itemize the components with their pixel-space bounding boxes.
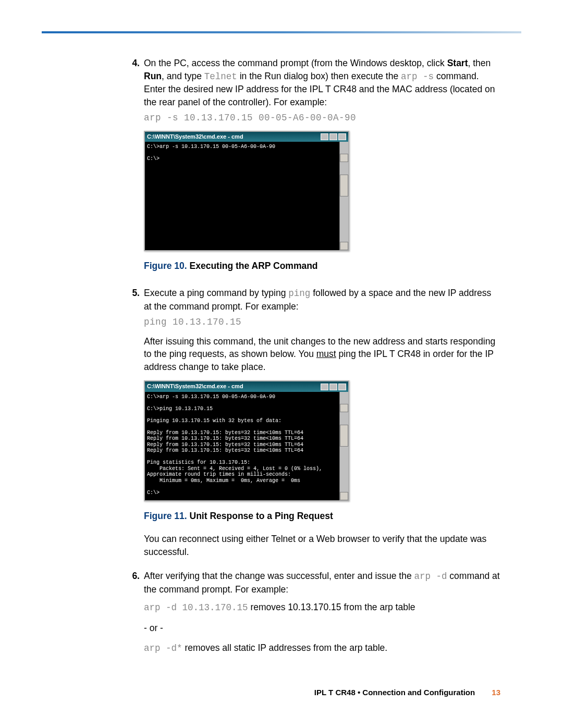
cmd-titlebar: C:\WINNT\System32\cmd.exe - cmd (145, 381, 348, 391)
text: removes 10.13.170.15 from the arp table (248, 602, 415, 612)
step-body: On the PC, access the command prompt (fr… (144, 57, 500, 282)
or-separator: - or - (144, 622, 500, 635)
step-number: 6. (125, 570, 144, 662)
maximize-icon[interactable] (329, 384, 337, 390)
figure-title: Unit Response to a Ping Request (190, 511, 333, 521)
text: , then (468, 58, 491, 68)
paragraph: You can reconnect using either Telnet or… (144, 533, 500, 558)
page-content: 4. On the PC, access the command prompt … (0, 33, 563, 662)
scrollbar[interactable] (339, 142, 348, 250)
figure-label: Figure 10. (144, 261, 187, 271)
cmd-window-1: C:\WINNT\System32\cmd.exe - cmd C:\>arp … (144, 131, 349, 251)
example-line-1: arp -d 10.13.170.15 removes 10.13.170.15… (144, 601, 500, 614)
code-line-arp: arp -s 10.13.170.15 00-05-A6-00-0A-90 (144, 112, 500, 125)
code-telnet: Telnet (204, 71, 237, 82)
text: removes all static IP addresses from the… (182, 643, 388, 653)
scroll-thumb[interactable] (340, 425, 348, 447)
scrollbar[interactable] (339, 392, 348, 500)
code: arp -d 10.13.170.15 (144, 602, 248, 613)
cmd-output: C:\>arp -s 10.13.170.15 00-05-A6-00-0A-9… (147, 144, 275, 162)
code-line-ping: ping 10.13.170.15 (144, 316, 500, 329)
text: On the PC, access the command prompt (fr… (144, 58, 447, 68)
text: Execute a ping command by typing (144, 288, 288, 298)
scroll-up-icon[interactable] (340, 154, 348, 162)
close-icon[interactable] (338, 133, 346, 140)
text: in the Run dialog box) then execute the (237, 71, 401, 81)
cmd-body: C:\>arp -s 10.13.170.15 00-05-A6-00-0A-9… (145, 142, 348, 250)
minimize-icon[interactable] (321, 384, 328, 390)
footer-page-number: 13 (492, 688, 500, 697)
scroll-down-icon[interactable] (340, 242, 348, 250)
step-6: 6. After verifying that the change was s… (125, 570, 500, 662)
step-body: After verifying that the change was succ… (144, 570, 500, 662)
cmd-output: C:\>arp -s 10.13.170.15 00-05-A6-00-0A-9… (147, 394, 322, 496)
scroll-thumb[interactable] (340, 175, 348, 196)
code-ping: ping (288, 288, 310, 299)
emphasis-must: must (316, 349, 336, 359)
example-line-2: arp -d* removes all static IP addresses … (144, 641, 500, 655)
figure-label: Figure 11. (144, 511, 187, 521)
code: arp -d* (144, 643, 182, 653)
cmd-titlebar: C:\WINNT\System32\cmd.exe - cmd (145, 132, 348, 142)
step-number: 4. (125, 57, 144, 282)
kw-start: Start (447, 58, 468, 68)
text: , and type (162, 71, 204, 81)
cmd-window-2: C:\WINNT\System32\cmd.exe - cmd C:\>arp … (144, 380, 349, 501)
minimize-icon[interactable] (321, 133, 328, 140)
paragraph: After issuing this command, the unit cha… (144, 335, 500, 374)
step-number: 5. (125, 287, 144, 565)
code-arpd: arp -d (414, 571, 447, 582)
scroll-down-icon[interactable] (340, 492, 348, 500)
text: After verifying that the change was succ… (144, 571, 414, 581)
code-arps: arp -s (401, 71, 434, 82)
figure-10-caption: Figure 10. Executing the ARP Command (144, 260, 500, 273)
step-body: Execute a ping command by typing ping fo… (144, 287, 500, 565)
figure-11-caption: Figure 11. Unit Response to a Ping Reque… (144, 510, 500, 523)
kw-run: Run (144, 71, 162, 81)
page-footer: IPL T CR48 • Connection and Configuratio… (314, 688, 500, 697)
cmd-title-text: C:\WINNT\System32\cmd.exe - cmd (147, 133, 320, 141)
cmd-title-text: C:\WINNT\System32\cmd.exe - cmd (147, 382, 320, 390)
step-4: 4. On the PC, access the command prompt … (125, 57, 500, 282)
step-5: 5. Execute a ping command by typing ping… (125, 287, 500, 565)
figure-title: Executing the ARP Command (190, 261, 318, 271)
scroll-up-icon[interactable] (340, 404, 348, 412)
footer-doc-title: IPL T CR48 • Connection and Configuratio… (314, 688, 475, 697)
close-icon[interactable] (338, 384, 346, 390)
maximize-icon[interactable] (329, 133, 337, 140)
cmd-body: C:\>arp -s 10.13.170.15 00-05-A6-00-0A-9… (145, 392, 348, 500)
